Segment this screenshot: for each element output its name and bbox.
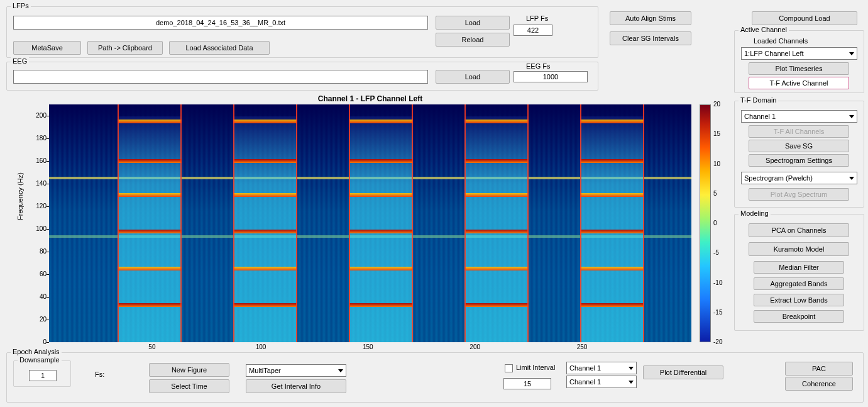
colorbar-tick-label: -10 [713,279,722,286]
downsample-input[interactable] [29,370,57,381]
y-tick-label: 160 [31,157,47,164]
active-channel-select-value: 1:LFP Channel Left [744,50,804,57]
compound-load-button[interactable]: Compound Load [752,11,857,25]
lfp-fs-input[interactable] [514,25,552,36]
x-tick-label: 200 [470,343,480,350]
load-associated-button[interactable]: Load Associated Data [169,41,270,55]
tf-channel-select[interactable]: Channel 1 [741,110,857,123]
colorbar-tick-label: -15 [713,309,722,316]
diff-channel-a-select[interactable]: Channel 1 [566,362,637,374]
colorbar [700,104,711,342]
lfp-group: LFPs Load Reload LFP Fs MetaSave Path ->… [6,6,598,58]
lfp-load-button[interactable]: Load [436,16,510,30]
plot-avg-spectrum-button[interactable]: Plot Avg Spectrum [749,188,849,201]
aggregated-bands-button[interactable]: Aggregated Bands [754,277,844,290]
colorbar-tick-label: 20 [713,101,720,108]
chevron-down-icon [338,369,343,372]
tf-method-select-value: Spectrogram (Pwelch) [744,174,813,182]
downsample-legend: Downsample [18,356,62,364]
lfp-reload-button[interactable]: Reload [436,33,510,47]
y-tick-label: 20 [31,316,47,323]
y-tick-label: 180 [31,135,47,142]
coherence-button[interactable]: Coherence [785,377,853,391]
x-tick-label: 50 [148,343,155,350]
tf-active-channel-button[interactable]: T-F Active Channel [749,77,849,89]
active-channel-select[interactable]: 1:LFP Channel Left [741,47,857,60]
tf-all-channels-button[interactable]: T-F All Channels [749,125,849,138]
lfp-file-input[interactable] [13,16,428,30]
chevron-down-icon [629,381,634,384]
kuramoto-button[interactable]: Kuramoto Model [749,242,849,256]
diff-channel-a-value: Channel 1 [569,364,601,372]
chevron-down-icon [849,115,854,118]
y-tick-label: 200 [31,112,47,119]
y-tick-label: 60 [31,270,47,277]
lfp-fs-label: LFP Fs [526,14,548,22]
lfp-legend: LFPs [11,2,31,9]
eeg-legend: EEG [11,57,29,65]
extract-low-bands-button[interactable]: Extract Low Bands [754,294,844,306]
multitaper-select[interactable]: MultiTaper [246,364,346,377]
epoch-fs-label: Fs: [95,371,104,378]
get-interval-info-button[interactable]: Get Interval Info [246,379,346,393]
tf-domain-group: T-F Domain Channel 1 T-F All Channels Sa… [734,101,864,208]
tf-method-select[interactable]: Spectrogram (Pwelch) [741,172,857,184]
y-tick-label: 140 [31,180,47,187]
y-tick-label: 0 [31,338,47,345]
x-tick-label: 150 [363,343,373,350]
colorbar-tick-label: -20 [713,338,722,345]
spectrogram-settings-button[interactable]: Spectrogram Settings [749,154,849,167]
loaded-channels-label: Loaded Channels [754,37,808,45]
save-sg-button[interactable]: Save SG [749,140,849,152]
colorbar-tick-label: 5 [713,190,717,197]
y-tick-label: 120 [31,203,47,209]
path-clipboard-button[interactable]: Path -> Clipboard [87,41,163,55]
eeg-file-input[interactable] [13,70,428,84]
y-tick-label: 100 [31,225,47,232]
eeg-fs-input[interactable] [514,71,588,82]
x-tick-label: 250 [577,343,588,350]
modeling-legend: Modeling [739,209,771,217]
modeling-group: Modeling PCA on Channels Kuramoto Model … [734,214,864,331]
active-channel-group: Active Channel Loaded Channels 1:LFP Cha… [734,30,864,93]
colorbar-tick-label: 0 [713,220,717,226]
chevron-down-icon [849,177,854,180]
limit-interval-label: Limit Interval [516,364,555,371]
multitaper-select-value: MultiTaper [249,367,281,374]
chevron-down-icon [849,52,854,55]
metasave-button[interactable]: MetaSave [13,41,81,55]
auto-align-stims-button[interactable]: Auto Align Stims [610,11,691,25]
breakpoint-button[interactable]: Breakpoint [754,310,844,323]
chevron-down-icon [629,367,634,370]
colorbar-tick-label: 15 [713,130,720,137]
eeg-fs-label: EEG Fs [526,62,551,70]
select-time-button[interactable]: Select Time [149,379,229,393]
plot-ylabel: Frequency (Hz) [16,172,24,220]
plot-timeseries-button[interactable]: Plot Timeseries [749,62,849,75]
eeg-group: EEG Load EEG Fs [6,62,598,91]
clear-sg-intervals-button[interactable]: Clear SG Intervals [610,31,691,45]
tf-channel-select-value: Channel 1 [744,113,776,120]
colorbar-tick-label: -5 [713,249,719,256]
median-filter-button[interactable]: Median Filter [754,261,844,274]
colorbar-tick-label: 10 [713,160,720,167]
epoch-legend: Epoch Analysis [11,348,62,355]
plot-title: Channel 1 - LFP Channel Left [49,94,691,103]
downsample-group: Downsample [13,360,71,387]
tf-domain-legend: T-F Domain [739,96,778,104]
spectrogram-plot[interactable] [49,104,691,342]
y-tick-label: 80 [31,248,47,255]
pac-button[interactable]: PAC [785,362,853,376]
x-tick-label: 100 [256,343,266,350]
y-tick-label: 40 [31,293,47,300]
diff-channel-b-value: Channel 1 [569,378,601,386]
pca-button[interactable]: PCA on Channels [749,223,849,237]
epoch-analysis-group: Epoch Analysis Downsample Fs: New Figure… [6,352,864,403]
diff-channel-b-select[interactable]: Channel 1 [566,376,637,388]
active-channel-legend: Active Channel [739,26,789,33]
limit-interval-checkbox[interactable] [505,364,513,372]
eeg-load-button[interactable]: Load [436,70,510,84]
plot-differential-button[interactable]: Plot Differential [643,365,723,379]
interval-input[interactable] [503,378,551,389]
new-figure-button[interactable]: New Figure [149,363,229,377]
